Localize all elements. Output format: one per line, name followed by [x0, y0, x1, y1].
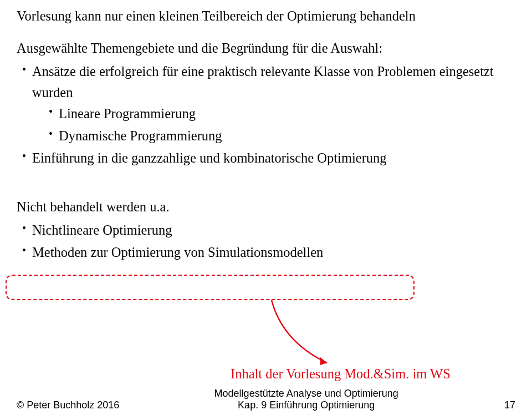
list-item: Einführung in die ganzzahlige und kombin…: [22, 148, 515, 169]
footer-title: Modellgestützte Analyse und Optimierung …: [119, 388, 493, 411]
footer-author: Peter Buchholz 2016: [24, 399, 119, 411]
list-item-text: Ansätze die erfolgreich für eine praktis…: [32, 64, 494, 100]
not-handled-list: Nichtlineare Optimierung Methoden zur Op…: [17, 220, 515, 263]
list-item: Methoden zur Optimierung von Simulations…: [22, 242, 515, 263]
intro-text-1: Vorlesung kann nur einen kleinen Teilber…: [17, 6, 515, 27]
red-annotation: Inhalt der Vorlesung Mod.&Sim. im WS: [231, 366, 451, 382]
list-item-text: Dynamische Programmierung: [59, 128, 222, 143]
footer-title-line2: Kap. 9 Einführung Optimierung: [119, 399, 493, 411]
highlight-box: [6, 275, 415, 300]
list-item-text: Einführung in die ganzzahlige und kombin…: [32, 150, 387, 165]
list-item-text: Methoden zur Optimierung von Simulations…: [32, 245, 323, 260]
footer-title-line1: Modellgestützte Analyse und Optimierung: [119, 388, 493, 399]
list-item: Lineare Programmierung: [49, 103, 515, 124]
list-item: Ansätze die erfolgreich für eine praktis…: [22, 61, 515, 146]
slide-content: Vorlesung kann nur einen kleinen Teilber…: [0, 0, 532, 420]
footer-pagenum: 17: [493, 399, 515, 411]
copyright-symbol: ©: [17, 399, 24, 411]
list-item-text: Lineare Programmierung: [59, 106, 196, 121]
list-item: Nichtlineare Optimierung: [22, 220, 515, 241]
bullet-list-level2: Lineare Programmierung Dynamische Progra…: [32, 103, 515, 146]
slide-footer: © Peter Buchholz 2016 Modellgestützte An…: [17, 388, 515, 411]
list-item-text: Nichtlineare Optimierung: [32, 222, 172, 237]
footer-copyright: © Peter Buchholz 2016: [17, 399, 119, 411]
svg-marker-0: [320, 357, 327, 365]
list-item: Dynamische Programmierung: [49, 125, 515, 146]
intro-text-2: Ausgewählte Themengebiete und die Begrün…: [17, 38, 515, 59]
arrow-icon: [266, 297, 338, 370]
not-handled-heading: Nicht behandelt werden u.a.: [17, 196, 515, 217]
bullet-list-level1: Ansätze die erfolgreich für eine praktis…: [17, 61, 515, 169]
